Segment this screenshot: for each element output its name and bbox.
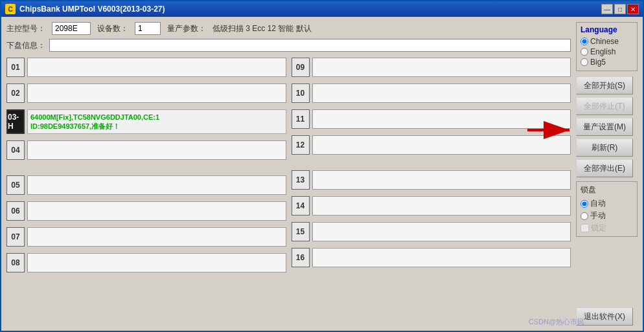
slot-03-text: 64000M[Fix],TC58NVG6DDJTA00,CE:1ID:98DE9…	[30, 113, 159, 131]
window-title: ChipsBank UMPTool V6003(2013-03-27)	[19, 5, 165, 14]
title-bar: C ChipsBank UMPTool V6003(2013-03-27) — …	[1, 1, 643, 17]
slot-num-07: 07	[6, 227, 25, 247]
slot-14: 14	[292, 194, 571, 217]
slot-04: 04	[6, 138, 286, 162]
slot-12: 12	[292, 133, 571, 157]
slot-num-04: 04	[6, 140, 25, 160]
slot-01: 01	[6, 56, 286, 79]
refresh-button[interactable]: 刷新(R)	[576, 138, 633, 157]
slot-num-12: 12	[292, 135, 310, 155]
lock-checkbox-item: 锁定	[581, 223, 633, 234]
lock-group: 锁盘 自动 手动 锁定	[576, 181, 638, 237]
slot-box-02	[27, 83, 286, 103]
controller-input[interactable]	[52, 22, 91, 35]
language-group: Language Chinese English Big5	[576, 22, 638, 71]
slot-05: 05	[6, 173, 286, 197]
slot-box-06	[27, 201, 286, 221]
lock-checkbox[interactable]	[581, 224, 589, 232]
slot-num-13: 13	[292, 170, 310, 190]
slots-grid: 01 02 03-H 64000M[Fix],TC58NVG6DDJTA00,C…	[6, 56, 571, 326]
info-input[interactable]	[49, 39, 571, 52]
slot-box-03: 64000M[Fix],TC58NVG6DDJTA00,CE:1ID:98DE9…	[27, 109, 286, 134]
mass-settings-button[interactable]: 量产设置(M)	[576, 118, 633, 136]
slot-box-13	[312, 170, 571, 190]
slot-box-12	[312, 135, 571, 155]
english-radio[interactable]	[581, 48, 588, 56]
info-label: 下盘信息：	[6, 40, 45, 51]
big5-label: Big5	[590, 58, 606, 67]
slot-box-05	[27, 175, 286, 195]
language-english[interactable]: English	[581, 47, 633, 56]
stop-all-button[interactable]: 全部停止(T)	[576, 97, 633, 115]
exit-button[interactable]: 退出软件(X)	[576, 307, 633, 326]
sidebar: Language Chinese English Big5 全部开始(S)	[576, 22, 638, 326]
slot-num-08: 08	[6, 253, 25, 272]
slot-16: 16	[292, 246, 571, 269]
slot-10: 10	[292, 82, 571, 105]
minimize-button[interactable]: —	[601, 4, 613, 14]
language-big5[interactable]: Big5	[581, 58, 633, 67]
slot-num-14: 14	[292, 196, 310, 216]
slot-06: 06	[6, 199, 286, 223]
mass-param-value: 低级扫描 3 Ecc 12 智能 默认	[213, 23, 312, 34]
device-count-input[interactable]	[135, 22, 161, 35]
slot-07: 07	[6, 225, 286, 249]
start-all-button[interactable]: 全部开始(S)	[576, 76, 633, 94]
slots-right-column: 09 10 11 12	[292, 56, 571, 326]
chinese-label: Chinese	[590, 37, 619, 46]
slot-num-02: 02	[6, 83, 25, 103]
watermark: CSDN@热心市民	[529, 317, 584, 327]
slot-num-03: 03-H	[6, 109, 25, 134]
slot-num-15: 15	[292, 222, 310, 241]
slot-box-07	[27, 227, 286, 247]
slot-08: 08	[6, 251, 286, 274]
slot-13: 13	[292, 168, 571, 192]
close-button[interactable]: ✕	[627, 4, 639, 14]
lock-manual[interactable]: 手动	[581, 210, 633, 221]
mass-param-label: 量产参数：	[167, 23, 206, 34]
slot-num-01: 01	[6, 58, 25, 77]
english-label: English	[590, 47, 615, 56]
app-icon: C	[5, 4, 16, 14]
slot-box-08	[27, 253, 286, 272]
lock-auto[interactable]: 自动	[581, 198, 633, 209]
slot-box-15	[312, 222, 571, 241]
language-chinese[interactable]: Chinese	[581, 37, 633, 46]
slot-num-06: 06	[6, 201, 25, 221]
title-controls: — □ ✕	[601, 4, 639, 14]
main-area: 主控型号： 设备数： 量产参数： 低级扫描 3 Ecc 12 智能 默认 下盘信…	[6, 22, 571, 326]
info-bar: 下盘信息：	[6, 39, 571, 52]
slot-box-09	[312, 58, 571, 77]
big5-radio[interactable]	[581, 58, 588, 66]
language-title: Language	[581, 25, 633, 34]
maximize-button[interactable]: □	[614, 4, 626, 14]
title-bar-left: C ChipsBank UMPTool V6003(2013-03-27)	[5, 4, 165, 14]
slot-num-11: 11	[292, 109, 310, 129]
slot-box-04	[27, 140, 286, 160]
slot-num-05: 05	[6, 175, 25, 195]
manual-radio[interactable]	[581, 212, 588, 220]
controller-label: 主控型号：	[6, 23, 45, 34]
auto-label: 自动	[590, 198, 606, 209]
lock-label: 锁定	[591, 223, 606, 234]
slot-02: 02	[6, 82, 286, 105]
slot-15: 15	[292, 220, 571, 243]
slot-num-09: 09	[292, 58, 310, 77]
slot-box-16	[312, 248, 571, 267]
slot-09: 09	[292, 56, 571, 79]
slot-box-01	[27, 58, 286, 77]
slot-box-10	[312, 83, 571, 103]
chinese-radio[interactable]	[581, 38, 588, 45]
slot-11: 11	[292, 107, 571, 131]
device-count-label: 设备数：	[97, 23, 128, 34]
slot-box-11	[312, 109, 571, 129]
slot-num-16: 16	[292, 248, 310, 267]
slots-left-column: 01 02 03-H 64000M[Fix],TC58NVG6DDJTA00,C…	[6, 56, 286, 326]
top-bar: 主控型号： 设备数： 量产参数： 低级扫描 3 Ecc 12 智能 默认	[6, 22, 571, 35]
auto-radio[interactable]	[581, 200, 588, 208]
eject-all-button[interactable]: 全部弹出(E)	[576, 159, 633, 177]
slot-box-14	[312, 196, 571, 216]
manual-label: 手动	[590, 210, 606, 221]
slot-num-10: 10	[292, 83, 310, 103]
lock-title: 锁盘	[581, 184, 633, 195]
